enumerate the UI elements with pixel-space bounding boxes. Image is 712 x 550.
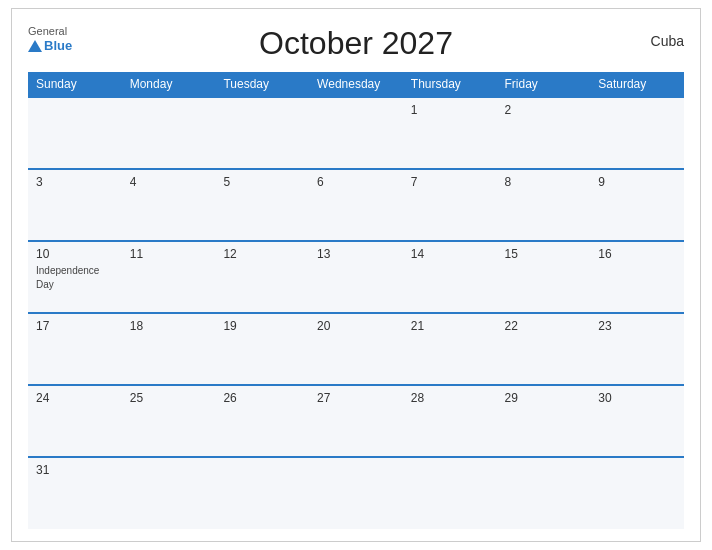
day-number: 29 [505, 391, 583, 405]
calendar-cell: 11 [122, 241, 216, 313]
calendar-container: General Blue October 2027 Cuba SundayMon… [11, 8, 701, 542]
calendar-cell: 30 [590, 385, 684, 457]
calendar-cell [309, 457, 403, 529]
day-number: 24 [36, 391, 114, 405]
calendar-cell: 18 [122, 313, 216, 385]
calendar-cell [309, 97, 403, 169]
calendar-cell: 17 [28, 313, 122, 385]
calendar-cell: 1 [403, 97, 497, 169]
calendar-cell: 28 [403, 385, 497, 457]
calendar-cell: 3 [28, 169, 122, 241]
calendar-cell: 13 [309, 241, 403, 313]
calendar-cell [403, 457, 497, 529]
calendar-cell: 29 [497, 385, 591, 457]
day-number: 25 [130, 391, 208, 405]
weekday-header-sunday: Sunday [28, 72, 122, 97]
weekday-header-thursday: Thursday [403, 72, 497, 97]
calendar-cell: 23 [590, 313, 684, 385]
day-number: 8 [505, 175, 583, 189]
day-number: 3 [36, 175, 114, 189]
day-number: 10 [36, 247, 114, 261]
day-number: 23 [598, 319, 676, 333]
week-row-4: 17181920212223 [28, 313, 684, 385]
calendar-cell: 7 [403, 169, 497, 241]
weekday-header-monday: Monday [122, 72, 216, 97]
week-row-2: 3456789 [28, 169, 684, 241]
day-number: 31 [36, 463, 114, 477]
calendar-cell: 8 [497, 169, 591, 241]
calendar-cell [122, 97, 216, 169]
calendar-cell: 5 [215, 169, 309, 241]
calendar-cell: 21 [403, 313, 497, 385]
day-number: 22 [505, 319, 583, 333]
logo-general-text: General [28, 25, 72, 38]
calendar-cell: 22 [497, 313, 591, 385]
calendar-cell: 26 [215, 385, 309, 457]
day-number: 26 [223, 391, 301, 405]
calendar-cell [590, 457, 684, 529]
day-number: 20 [317, 319, 395, 333]
calendar-cell [590, 97, 684, 169]
calendar-cell [215, 97, 309, 169]
logo-blue-text: Blue [28, 38, 72, 54]
calendar-cell: 24 [28, 385, 122, 457]
day-number: 28 [411, 391, 489, 405]
country-label: Cuba [651, 33, 684, 49]
calendar-cell: 25 [122, 385, 216, 457]
calendar-cell: 19 [215, 313, 309, 385]
day-number: 14 [411, 247, 489, 261]
calendar-header: General Blue October 2027 Cuba [28, 25, 684, 62]
calendar-cell: 12 [215, 241, 309, 313]
calendar-cell [215, 457, 309, 529]
logo: General Blue [28, 25, 72, 54]
calendar-cell: 10Independence Day [28, 241, 122, 313]
week-row-1: 12 [28, 97, 684, 169]
calendar-cell: 20 [309, 313, 403, 385]
day-number: 27 [317, 391, 395, 405]
weekday-header-row: SundayMondayTuesdayWednesdayThursdayFrid… [28, 72, 684, 97]
calendar-cell: 16 [590, 241, 684, 313]
day-number: 5 [223, 175, 301, 189]
logo-triangle-icon [28, 40, 42, 52]
calendar-cell: 9 [590, 169, 684, 241]
day-number: 4 [130, 175, 208, 189]
day-number: 7 [411, 175, 489, 189]
week-row-3: 10Independence Day111213141516 [28, 241, 684, 313]
weekday-header-friday: Friday [497, 72, 591, 97]
logo-blue-label: Blue [44, 38, 72, 54]
day-number: 17 [36, 319, 114, 333]
day-number: 19 [223, 319, 301, 333]
day-number: 11 [130, 247, 208, 261]
day-number: 12 [223, 247, 301, 261]
event-label: Independence Day [36, 265, 99, 290]
day-number: 16 [598, 247, 676, 261]
weekday-header-tuesday: Tuesday [215, 72, 309, 97]
day-number: 15 [505, 247, 583, 261]
calendar-cell: 27 [309, 385, 403, 457]
day-number: 21 [411, 319, 489, 333]
calendar-cell: 6 [309, 169, 403, 241]
calendar-cell: 31 [28, 457, 122, 529]
calendar-title: October 2027 [259, 25, 453, 62]
day-number: 18 [130, 319, 208, 333]
day-number: 30 [598, 391, 676, 405]
calendar-table: SundayMondayTuesdayWednesdayThursdayFrid… [28, 72, 684, 529]
weekday-header-wednesday: Wednesday [309, 72, 403, 97]
week-row-6: 31 [28, 457, 684, 529]
calendar-cell: 2 [497, 97, 591, 169]
calendar-cell: 15 [497, 241, 591, 313]
calendar-cell [497, 457, 591, 529]
week-row-5: 24252627282930 [28, 385, 684, 457]
day-number: 9 [598, 175, 676, 189]
calendar-cell: 4 [122, 169, 216, 241]
day-number: 6 [317, 175, 395, 189]
calendar-cell [28, 97, 122, 169]
day-number: 13 [317, 247, 395, 261]
day-number: 1 [411, 103, 489, 117]
day-number: 2 [505, 103, 583, 117]
weekday-header-saturday: Saturday [590, 72, 684, 97]
calendar-cell [122, 457, 216, 529]
calendar-cell: 14 [403, 241, 497, 313]
